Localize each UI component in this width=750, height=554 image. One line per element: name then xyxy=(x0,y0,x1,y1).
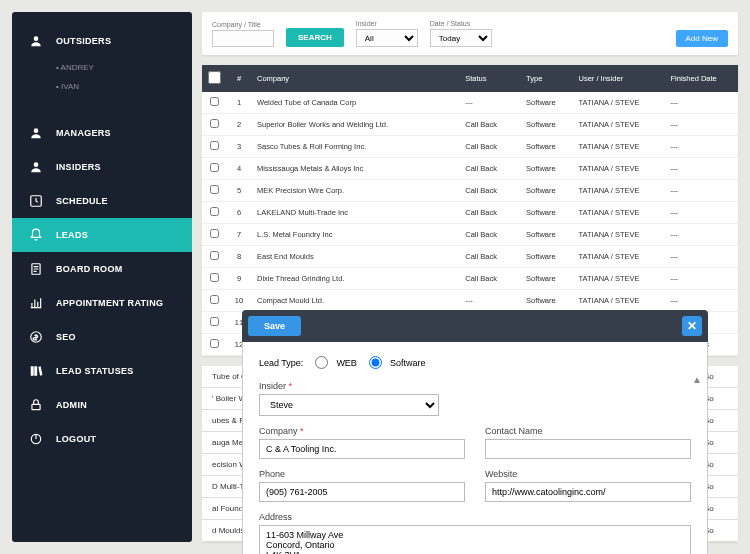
cell-status: Call Back xyxy=(459,202,520,224)
cell-num: 10 xyxy=(227,290,251,312)
cell-status: Call Back xyxy=(459,180,520,202)
nav-label: INSIDERS xyxy=(56,162,101,172)
company-input[interactable] xyxy=(259,439,465,459)
chart-icon xyxy=(28,295,44,311)
table-row[interactable]: 4Mississauga Metals & Alloys IncCall Bac… xyxy=(202,158,738,180)
table-row[interactable]: 3Sasco Tubes & Roll Forming Inc.Call Bac… xyxy=(202,136,738,158)
cell-user: TATIANA / STEVE xyxy=(573,92,665,114)
cell-company: L.S. Metal Foundry Inc xyxy=(251,224,459,246)
nav-statuses[interactable]: LEAD STATUSES xyxy=(12,354,192,388)
cell-type: Software xyxy=(520,224,572,246)
sub-andrey[interactable]: ANDREY xyxy=(12,58,192,77)
power-icon xyxy=(28,431,44,447)
table-row[interactable]: 5MEK Precision Wire Corp.Call BackSoftwa… xyxy=(202,180,738,202)
nav-label: OUTSIDERS xyxy=(56,36,111,46)
svg-point-2 xyxy=(34,162,39,167)
nav-outsiders[interactable]: OUTSIDERS xyxy=(12,24,192,58)
cell-status: Call Back xyxy=(459,246,520,268)
close-button[interactable]: ✕ xyxy=(682,316,702,336)
radio-software-label: Software xyxy=(390,358,426,368)
nav-label: SEO xyxy=(56,332,76,342)
nav-insiders[interactable]: INSIDERS xyxy=(12,150,192,184)
address-input[interactable] xyxy=(259,525,691,554)
row-checkbox[interactable] xyxy=(210,229,219,238)
cell-user: TATIANA / STEVE xyxy=(573,246,665,268)
contact-input[interactable] xyxy=(485,439,691,459)
address-label: Address xyxy=(259,512,691,522)
nav-leads[interactable]: LEADS xyxy=(12,218,192,252)
table-row[interactable]: 7L.S. Metal Foundry IncCall BackSoftware… xyxy=(202,224,738,246)
cell-type: Software xyxy=(520,180,572,202)
nav-boardroom[interactable]: BOARD ROOM xyxy=(12,252,192,286)
insider-filter-select[interactable]: All xyxy=(356,29,418,47)
company-label: Company * xyxy=(259,426,465,436)
col-user: User / Insider xyxy=(573,65,665,92)
cell-user: TATIANA / STEVE xyxy=(573,224,665,246)
cell-date: --- xyxy=(665,290,738,312)
row-checkbox[interactable] xyxy=(210,141,219,150)
nav-managers[interactable]: MANAGERS xyxy=(12,116,192,150)
cell-type: Software xyxy=(520,114,572,136)
search-button[interactable]: SEARCH xyxy=(286,28,344,47)
row-checkbox[interactable] xyxy=(210,207,219,216)
nav-label: MANAGERS xyxy=(56,128,111,138)
row-checkbox[interactable] xyxy=(210,185,219,194)
radio-web[interactable] xyxy=(315,356,328,369)
row-checkbox[interactable] xyxy=(210,339,219,348)
row-checkbox[interactable] xyxy=(210,295,219,304)
nav-admin[interactable]: ADMIN xyxy=(12,388,192,422)
col-num: # xyxy=(227,65,251,92)
cell-company: MEK Precision Wire Corp. xyxy=(251,180,459,202)
nav-label: LEADS xyxy=(56,230,88,240)
phone-input[interactable] xyxy=(259,482,465,502)
radio-software[interactable] xyxy=(369,356,382,369)
sub-ivan[interactable]: IVAN xyxy=(12,77,192,96)
table-row[interactable]: 8East End MouldsCall BackSoftwareTATIANA… xyxy=(202,246,738,268)
books-icon xyxy=(28,363,44,379)
website-input[interactable] xyxy=(485,482,691,502)
table-row[interactable]: 1Welded Tube of Canada Corp---SoftwareTA… xyxy=(202,92,738,114)
table-row[interactable]: 6LAKELAND Multi-Trade IncCall BackSoftwa… xyxy=(202,202,738,224)
cell-company: Mississauga Metals & Alloys Inc xyxy=(251,158,459,180)
cell-type: Software xyxy=(520,246,572,268)
nav-rating[interactable]: APPOINTMENT RATING xyxy=(12,286,192,320)
nav-logout[interactable]: LOGOUT xyxy=(12,422,192,456)
cell-type: Software xyxy=(520,92,572,114)
nav-label: BOARD ROOM xyxy=(56,264,123,274)
dollar-icon xyxy=(28,329,44,345)
modal-header: Save ✕ xyxy=(242,310,708,342)
cell-company: Superior Boiler Works and Welding Ltd. xyxy=(251,114,459,136)
svg-point-1 xyxy=(34,128,39,133)
row-checkbox[interactable] xyxy=(210,317,219,326)
row-checkbox[interactable] xyxy=(210,97,219,106)
cell-status: Call Back xyxy=(459,268,520,290)
scroll-up-icon[interactable]: ▲ xyxy=(691,372,703,386)
insider-select[interactable]: Steve xyxy=(259,394,439,416)
table-row[interactable]: 9Dixie Thread Grinding Ltd.Call BackSoft… xyxy=(202,268,738,290)
nav-seo[interactable]: SEO xyxy=(12,320,192,354)
cell-company: Compact Mould Ltd. xyxy=(251,290,459,312)
col-date: Finished Date xyxy=(665,65,738,92)
user-icon xyxy=(28,33,44,49)
date-filter-select[interactable]: Today xyxy=(430,29,492,47)
select-all-checkbox[interactable] xyxy=(208,71,221,84)
row-checkbox[interactable] xyxy=(210,273,219,282)
company-filter-input[interactable] xyxy=(212,30,274,47)
nav-schedule[interactable]: SCHEDULE xyxy=(12,184,192,218)
add-new-button[interactable]: Add New xyxy=(676,30,728,47)
radio-web-label: WEB xyxy=(336,358,357,368)
cell-user: TATIANA / STEVE xyxy=(573,290,665,312)
table-row[interactable]: 2Superior Boiler Works and Welding Ltd.C… xyxy=(202,114,738,136)
row-checkbox[interactable] xyxy=(210,251,219,260)
table-row[interactable]: 10Compact Mould Ltd.---SoftwareTATIANA /… xyxy=(202,290,738,312)
cell-num: 6 xyxy=(227,202,251,224)
col-type: Type xyxy=(520,65,572,92)
cell-date: --- xyxy=(665,158,738,180)
cell-date: --- xyxy=(665,268,738,290)
save-button[interactable]: Save xyxy=(248,316,301,336)
cell-status: Call Back xyxy=(459,136,520,158)
row-checkbox[interactable] xyxy=(210,119,219,128)
row-checkbox[interactable] xyxy=(210,163,219,172)
cell-num: 4 xyxy=(227,158,251,180)
cell-date: --- xyxy=(665,180,738,202)
